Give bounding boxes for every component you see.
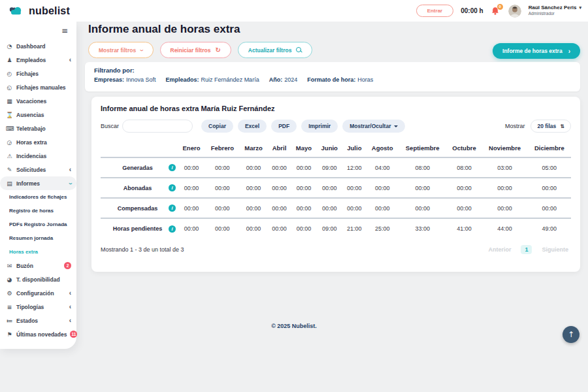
value-cell: 25:00	[367, 218, 399, 238]
export-buttons: CopiarExcelPDFImprimirMostrar/Ocultar	[201, 120, 405, 133]
sidebar-item-label: Últimas novedades	[16, 331, 67, 338]
value-cell: 00:00	[342, 178, 366, 198]
value-cell: 00:00	[240, 198, 268, 218]
entrar-button[interactable]: Entrar	[416, 5, 454, 17]
imprimir-button[interactable]: Imprimir	[301, 120, 338, 133]
pagination-previous[interactable]: Anterior	[488, 246, 511, 253]
scroll-to-top-button[interactable]: ↑	[563, 326, 580, 343]
sidebar-item-tipologias[interactable]: ≡Tipologías‹	[0, 300, 76, 314]
actualizar-filtros-button[interactable]: Actualizar filtros	[238, 42, 313, 58]
row-label-wrap: Compensadasi	[103, 204, 176, 212]
table-row-compensadas: Compensadasi00:0000:0000:0000:0000:0000:…	[101, 198, 571, 218]
row-label: Generadas	[106, 165, 169, 171]
sidebar-item-vacaciones[interactable]: ▦Vacaciones	[0, 94, 76, 108]
sidebar-item-fichajes[interactable]: ◴Fichajes	[0, 67, 76, 80]
value-cell: 00:00	[178, 178, 205, 198]
stopwatch-icon: ◕	[6, 276, 13, 283]
value-cell: 05:00	[528, 157, 571, 178]
info-icon[interactable]: i	[169, 184, 176, 191]
sidebar-item-teletrabajo[interactable]: ⌨Teletrabajo	[0, 122, 76, 135]
work-timer: 00:00 h	[461, 7, 483, 14]
sidebar-subitem-horas-extra[interactable]: Horas extra	[0, 245, 76, 259]
list-icon: ≡	[6, 304, 13, 310]
sidebar-subitem-indicadores-de-fichajes[interactable]: Indicadores de fichajes	[0, 190, 76, 204]
info-icon[interactable]: i	[169, 164, 176, 171]
value-cell: 00:00	[367, 198, 399, 218]
row-label-wrap: Generadasi	[103, 164, 176, 171]
info-icon[interactable]: i	[169, 204, 176, 212]
sidebar-item-horas-extra[interactable]: ◶Horas extra	[0, 135, 76, 149]
sidebar: ≡ ◔Dashboard♟Empleados‹◴Fichajes◵Fichaje…	[0, 22, 76, 349]
row-label: Abonadas	[106, 185, 169, 191]
user-menu[interactable]: Raúl Sánchez Peris ▾ Administrador	[529, 5, 581, 16]
reiniciar-filtros-button[interactable]: Reiniciar filtros ↻	[160, 42, 231, 58]
rows-per-page-select[interactable]: 20 filas ⇅	[531, 120, 571, 133]
chevron-down-icon: ▾	[579, 5, 581, 11]
sidebar-item-t-disponibilidad[interactable]: ◕T. disponibilidad	[0, 272, 76, 286]
sidebar-item-fichajes-manuales[interactable]: ◵Fichajes manuales	[0, 80, 76, 94]
sidebar-item-solicitudes[interactable]: ✎Solicitudes‹	[0, 163, 76, 176]
sidebar-item-informes[interactable]: ▤Informes‹	[0, 176, 76, 190]
value-cell: 00:00	[291, 178, 317, 198]
sidebar-subitem-resumen-jornada[interactable]: Resumen jornada	[0, 231, 76, 245]
sidebar-item-label: Configuración	[16, 290, 54, 297]
user-avatar[interactable]	[508, 5, 521, 18]
sidebar-subitem-pdfs-registro-jornada[interactable]: PDFs Registro Jornada	[0, 218, 76, 231]
refresh-icon: ↻	[215, 46, 220, 54]
value-cell: 00:00	[367, 178, 399, 198]
notifications-bell[interactable]: 0	[491, 6, 501, 16]
sidebar-item-ultimas-novedades[interactable]: ⚑Últimas novedades11	[0, 327, 76, 341]
sliders-icon: ≔	[6, 318, 13, 324]
mostrar-filtros-button[interactable]: Mostrar filtros ‹	[88, 42, 154, 58]
sidebar-subitem-registro-de-horas[interactable]: Registro de horas	[0, 204, 76, 218]
pagination-next[interactable]: Siguiente	[542, 246, 568, 253]
filter-empresas: Empresas:Innova Soft	[94, 76, 156, 83]
value-cell: 44:00	[482, 218, 528, 238]
value-cell: 00:00	[399, 198, 447, 218]
value-cell: 00:00	[482, 178, 528, 198]
bell-badge: 0	[497, 4, 503, 10]
informe-horas-extra-button[interactable]: Informe de horas extra ›	[493, 43, 580, 59]
edit-doc-icon: ✎	[6, 167, 13, 173]
value-cell: 00:00	[267, 198, 291, 218]
excel-button[interactable]: Excel	[238, 120, 267, 133]
results-summary: Mostrando 1 - 3 de un total de 3	[101, 246, 184, 253]
hamburger-menu-icon[interactable]: ≡	[61, 26, 68, 35]
filter-empleados: Empleados:Ruiz Fernández María	[166, 76, 259, 83]
table-row-abonadas: Abonadasi00:0000:0000:0000:0000:0000:000…	[101, 178, 571, 198]
row-label: Compensadas	[106, 205, 169, 212]
row-label: Horas pendientes	[106, 225, 169, 232]
filter-ano: Año:2024	[269, 76, 298, 83]
filter-summary-card: Filtrando por: Empresas:Innova Soft Empl…	[85, 62, 580, 91]
sidebar-item-ausencias[interactable]: ⌛Ausencias	[0, 108, 76, 122]
report-card: Informe anual de horas extra María Ruiz …	[91, 97, 580, 272]
sidebar-item-estados[interactable]: ≔Estados‹	[0, 314, 76, 327]
sidebar-item-label: Horas extra	[16, 139, 47, 146]
pdf-button[interactable]: PDF	[271, 120, 297, 133]
mostrar-ocultar-columns-button[interactable]: Mostrar/Ocultar	[342, 120, 405, 133]
filter-formato: Formato de hora:Horas	[307, 76, 373, 83]
value-cell: 00:00	[342, 198, 366, 218]
row-label-cell: Abonadasi	[101, 178, 178, 198]
sidebar-item-buzon[interactable]: ✉Buzón2	[0, 259, 76, 272]
sidebar-item-configuracion[interactable]: ⚙Configuración‹	[0, 286, 76, 300]
sidebar-nav: ◔Dashboard♟Empleados‹◴Fichajes◵Fichajes …	[0, 39, 76, 341]
value-cell: 00:00	[482, 198, 528, 218]
table-row-horas-pendientes: Horas pendientesi00:0000:0000:0000:0000:…	[101, 218, 571, 238]
sidebar-item-incidencias[interactable]: ⚠Incidencias	[0, 149, 76, 163]
value-cell: 00:00	[178, 218, 205, 238]
value-cell: 00:00	[205, 198, 240, 218]
row-label-wrap: Horas pendientesi	[103, 225, 176, 233]
chevron-left-icon: ‹	[69, 57, 71, 63]
sidebar-item-dashboard[interactable]: ◔Dashboard	[0, 39, 76, 53]
sidebar-item-empleados[interactable]: ♟Empleados‹	[0, 53, 76, 67]
pagination-current-page[interactable]: 1	[521, 245, 532, 254]
value-cell: 00:00	[178, 157, 205, 178]
info-icon[interactable]: i	[169, 225, 176, 233]
copiar-button[interactable]: Copiar	[201, 120, 233, 133]
search-input[interactable]	[122, 120, 193, 133]
nubelist-logo[interactable]: nubelist	[8, 5, 70, 17]
value-cell: 00:00	[240, 157, 268, 178]
overtime-table: EneroFebreroMarzoAbrilMayoJunioJulioAgos…	[101, 139, 571, 238]
cloud-logo-icon	[8, 5, 25, 16]
